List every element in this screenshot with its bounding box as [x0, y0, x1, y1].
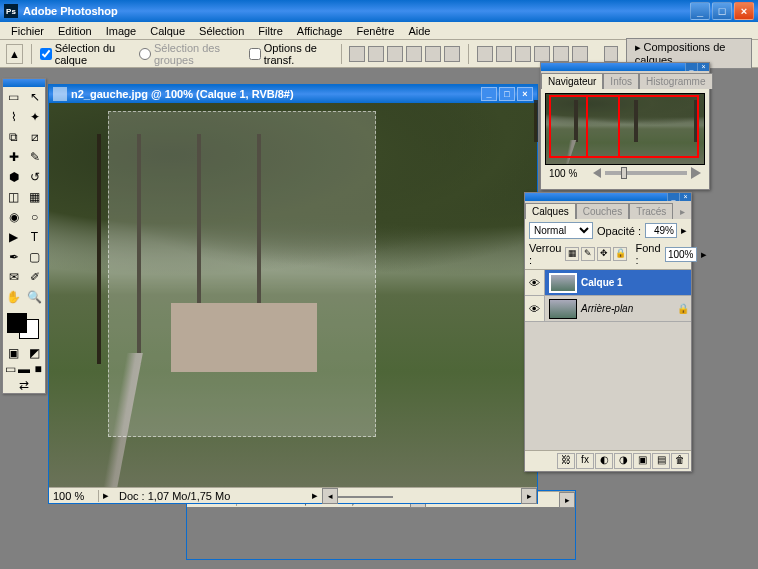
- fill-field[interactable]: [665, 247, 697, 262]
- doc-maximize-button[interactable]: □: [499, 87, 515, 101]
- zoom-in-icon[interactable]: [691, 167, 701, 179]
- maximize-button[interactable]: □: [712, 2, 732, 20]
- blend-mode-select[interactable]: Normal: [529, 222, 593, 239]
- type-tool[interactable]: T: [24, 227, 45, 247]
- panel-minimize-button[interactable]: _: [667, 193, 679, 201]
- toolbox-grip[interactable]: [3, 79, 45, 87]
- align-left-icon[interactable]: [406, 46, 422, 62]
- distribute-right-icon[interactable]: [572, 46, 588, 62]
- panel-header[interactable]: _ ×: [525, 193, 691, 201]
- new-layer-icon[interactable]: ▤: [652, 453, 670, 469]
- scroll-right-button[interactable]: ▸: [559, 492, 575, 508]
- gradient-tool[interactable]: ▦: [24, 187, 45, 207]
- stamp-tool[interactable]: ⬢: [3, 167, 24, 187]
- menu-file[interactable]: Fichier: [4, 23, 51, 39]
- canvas[interactable]: [49, 103, 537, 487]
- layer-thumbnail[interactable]: [549, 299, 577, 319]
- transform-options-checkbox[interactable]: Options de transf.: [249, 42, 333, 66]
- tab-histogram[interactable]: Histogramme: [639, 73, 712, 89]
- layer-row[interactable]: 👁 Arrière-plan 🔒: [525, 296, 691, 322]
- scroll-left-button[interactable]: ◂: [322, 488, 338, 504]
- nav-zoom-field[interactable]: 100 %: [549, 168, 589, 179]
- link-layers-icon[interactable]: ⛓: [557, 453, 575, 469]
- select-layer-checkbox[interactable]: Sélection du calque: [40, 42, 131, 66]
- pen-tool[interactable]: ✒: [3, 247, 24, 267]
- panel-minimize-button[interactable]: _: [685, 63, 697, 71]
- doc-close-button[interactable]: ×: [517, 87, 533, 101]
- align-vcenter-icon[interactable]: [368, 46, 384, 62]
- lock-position-icon[interactable]: ✥: [597, 247, 611, 261]
- menu-select[interactable]: Sélection: [192, 23, 251, 39]
- slice-tool[interactable]: ⧄: [24, 127, 45, 147]
- tab-paths[interactable]: Tracés: [629, 203, 673, 219]
- align-bottom-icon[interactable]: [387, 46, 403, 62]
- screen-standard-icon[interactable]: ▭: [3, 361, 17, 377]
- move-tool-icon[interactable]: ▲: [6, 44, 23, 64]
- layer-mask-icon[interactable]: ◐: [595, 453, 613, 469]
- layer-style-icon[interactable]: fx: [576, 453, 594, 469]
- panel-close-button[interactable]: ×: [679, 193, 691, 201]
- tab-navigator[interactable]: Navigateur: [541, 73, 603, 89]
- arrow-down-icon[interactable]: ▸: [681, 224, 687, 237]
- distribute-hcenter-icon[interactable]: [553, 46, 569, 62]
- arrow-down-icon[interactable]: ▸: [701, 248, 707, 261]
- arrow-icon[interactable]: ▸: [308, 489, 322, 502]
- crop-tool[interactable]: ⧉: [3, 127, 24, 147]
- distribute-bottom-icon[interactable]: [515, 46, 531, 62]
- history-brush-tool[interactable]: ↺: [24, 167, 45, 187]
- heal-tool[interactable]: ✚: [3, 147, 24, 167]
- tab-info[interactable]: Infos: [603, 73, 639, 89]
- delete-layer-icon[interactable]: 🗑: [671, 453, 689, 469]
- tab-channels[interactable]: Couches: [576, 203, 629, 219]
- menu-help[interactable]: Aide: [401, 23, 437, 39]
- distribute-vcenter-icon[interactable]: [496, 46, 512, 62]
- adjustment-layer-icon[interactable]: ◑: [614, 453, 632, 469]
- menu-image[interactable]: Image: [99, 23, 144, 39]
- align-hcenter-icon[interactable]: [425, 46, 441, 62]
- scroll-right-button[interactable]: ▸: [521, 488, 537, 504]
- distribute-left-icon[interactable]: [534, 46, 550, 62]
- document-titlebar[interactable]: n2_gauche.jpg @ 100% (Calque 1, RVB/8#) …: [49, 85, 537, 103]
- screen-full-menu-icon[interactable]: ▬: [17, 361, 31, 377]
- brush-tool[interactable]: ✎: [24, 147, 45, 167]
- hand-tool[interactable]: ✋: [3, 287, 24, 307]
- panel-header[interactable]: _ ×: [541, 63, 709, 71]
- quickmask-mode-icon[interactable]: ◩: [24, 345, 45, 361]
- layer-thumbnail[interactable]: [549, 273, 577, 293]
- menu-view[interactable]: Affichage: [290, 23, 350, 39]
- notes-tool[interactable]: ✉: [3, 267, 24, 287]
- standard-mode-icon[interactable]: ▣: [3, 345, 24, 361]
- menu-filter[interactable]: Filtre: [251, 23, 289, 39]
- eyedropper-tool[interactable]: ✐: [24, 267, 45, 287]
- palette-toggle-icon[interactable]: [604, 46, 618, 62]
- path-select-tool[interactable]: ▶: [3, 227, 24, 247]
- lock-all-icon[interactable]: 🔒: [613, 247, 627, 261]
- zoom-field[interactable]: 100 %: [49, 490, 99, 502]
- screen-full-icon[interactable]: ■: [31, 361, 45, 377]
- select-groups-radio[interactable]: Sélection des groupes: [139, 42, 241, 66]
- wand-tool[interactable]: ✦: [24, 107, 45, 127]
- panel-menu-button[interactable]: ▸: [674, 204, 691, 219]
- foreground-color[interactable]: [7, 313, 27, 333]
- minimize-button[interactable]: _: [690, 2, 710, 20]
- panel-close-button[interactable]: ×: [697, 63, 709, 71]
- dodge-tool[interactable]: ○: [24, 207, 45, 227]
- layer-name[interactable]: Calque 1: [581, 277, 691, 288]
- visibility-toggle[interactable]: 👁: [525, 270, 545, 295]
- doc-minimize-button[interactable]: _: [481, 87, 497, 101]
- opacity-field[interactable]: [645, 223, 677, 238]
- move-tool[interactable]: ↖: [24, 87, 45, 107]
- align-top-icon[interactable]: [349, 46, 365, 62]
- scrollbar-thumb[interactable]: [338, 496, 393, 498]
- shape-tool[interactable]: ▢: [24, 247, 45, 267]
- new-group-icon[interactable]: ▣: [633, 453, 651, 469]
- menu-window[interactable]: Fenêtre: [349, 23, 401, 39]
- visibility-toggle[interactable]: 👁: [525, 296, 545, 321]
- close-button[interactable]: ×: [734, 2, 754, 20]
- navigator-thumbnail[interactable]: [545, 93, 705, 165]
- menu-edit[interactable]: Edition: [51, 23, 99, 39]
- align-right-icon[interactable]: [444, 46, 460, 62]
- lasso-tool[interactable]: ⌇: [3, 107, 24, 127]
- imageready-jump-icon[interactable]: ⇄: [3, 377, 45, 393]
- layer-transform-bounds[interactable]: [108, 111, 376, 437]
